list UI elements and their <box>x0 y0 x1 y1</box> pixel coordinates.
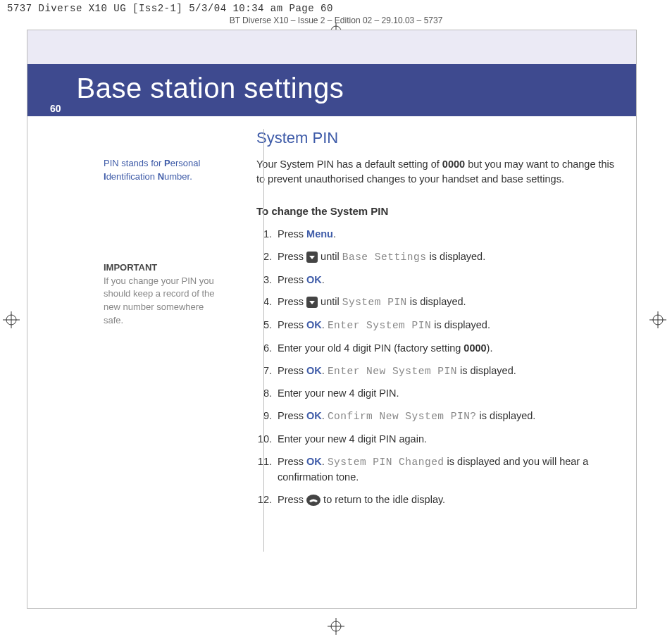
step-7: Press OK. Enter New System PIN is displa… <box>275 364 616 380</box>
procedure-subhead: To change the System PIN <box>256 205 616 217</box>
section-heading: System PIN <box>256 129 616 147</box>
initial-P: P <box>164 158 170 168</box>
down-arrow-button-icon <box>306 252 318 263</box>
text: . <box>322 319 328 330</box>
step-1: Press Menu. <box>275 227 616 242</box>
text: Your System PIN has a default setting of <box>256 159 442 170</box>
lcd-text: Enter System PIN <box>328 320 431 331</box>
lcd-text: Confirm New System PIN? <box>328 411 477 422</box>
step-12: Press to return to the idle display. <box>275 492 616 508</box>
text: Press <box>278 456 306 467</box>
step-9: Press OK. Confirm New System PIN? is dis… <box>275 409 616 425</box>
initial-N: N <box>158 171 164 182</box>
ok-key-label: OK <box>306 274 322 285</box>
text: is displayed. <box>431 319 490 330</box>
page-number: 60 <box>50 103 61 114</box>
lcd-text: System PIN <box>342 297 407 308</box>
text: Press <box>278 410 306 421</box>
text: Press <box>278 274 306 285</box>
step-3: Press OK. <box>275 273 616 288</box>
text: Press <box>278 228 306 240</box>
text: . <box>322 274 325 285</box>
text: Press <box>278 296 306 307</box>
steps-list: Press Menu. Press until Base Settings is… <box>256 227 616 508</box>
sidebar: PIN stands for Personal Identification N… <box>27 129 239 515</box>
important-note: IMPORTANT If you change your PIN you sho… <box>104 261 225 328</box>
text: dentification <box>106 171 158 182</box>
content-area: PIN stands for Personal Identification N… <box>27 129 636 515</box>
ok-key-label: OK <box>306 319 322 330</box>
step-2: Press until Base Settings is displayed. <box>275 249 616 266</box>
text: . <box>322 410 328 421</box>
text: umber. <box>164 171 192 182</box>
lcd-text: Base Settings <box>342 252 427 263</box>
page-frame: 60 Base station settings PIN stands for … <box>27 30 637 609</box>
text: to return to the idle display. <box>321 494 445 505</box>
text: until <box>318 296 342 307</box>
menu-key-label: Menu <box>306 228 333 240</box>
text: . <box>333 228 336 240</box>
lcd-text: Enter New System PIN <box>328 366 457 377</box>
ok-key-label: OK <box>306 365 322 376</box>
text: is displayed. <box>426 251 485 262</box>
default-pin-value: 0000 <box>442 159 465 170</box>
important-body: If you change your PIN you should keep a… <box>104 275 225 328</box>
step-10: Enter your new 4 digit PIN again. <box>275 432 616 447</box>
text: PIN stands for <box>104 158 164 168</box>
text: Press <box>278 494 306 505</box>
text: Press <box>278 251 306 262</box>
text: Enter your old 4 digit PIN (factory sett… <box>278 342 463 354</box>
title-band: 60 Base station settings <box>27 64 636 116</box>
pin-acronym-note: PIN stands for Personal Identification N… <box>104 157 225 184</box>
step-5: Press OK. Enter System PIN is displayed. <box>275 318 616 334</box>
main-column: System PIN Your System PIN has a default… <box>239 129 636 515</box>
column-divider <box>263 129 264 552</box>
lcd-text: System PIN Changed <box>328 457 444 468</box>
step-11: Press OK. System PIN Changed is displaye… <box>275 454 616 486</box>
registration-mark-icon <box>649 311 666 328</box>
text: ersonal <box>170 158 201 168</box>
registration-mark-icon <box>3 311 20 328</box>
top-light-band <box>27 30 636 64</box>
text: is displayed. <box>477 410 536 421</box>
default-pin-value: 0000 <box>463 342 486 354</box>
text: . <box>322 456 328 467</box>
ok-key-label: OK <box>306 456 322 467</box>
important-title: IMPORTANT <box>104 261 225 275</box>
text: Press <box>278 319 306 330</box>
intro-paragraph: Your System PIN has a default setting of… <box>256 157 616 187</box>
text: is displayed. <box>407 296 466 307</box>
down-arrow-button-icon <box>306 297 318 308</box>
text: . <box>322 365 328 376</box>
text: Press <box>278 365 306 376</box>
step-8: Enter your new 4 digit PIN. <box>275 386 616 402</box>
registration-mark-icon <box>328 618 344 635</box>
text: is displayed. <box>457 365 516 376</box>
step-6: Enter your old 4 digit PIN (factory sett… <box>275 341 616 356</box>
page-title: Base station settings <box>77 73 344 104</box>
hangup-button-icon <box>306 495 321 506</box>
text: ). <box>487 342 493 354</box>
ok-key-label: OK <box>306 410 322 421</box>
step-4: Press until System PIN is displayed. <box>275 294 616 311</box>
crop-mark-line: 5737 Diverse X10 UG [Iss2-1] 5/3/04 10:3… <box>0 0 672 14</box>
text: until <box>318 251 342 262</box>
